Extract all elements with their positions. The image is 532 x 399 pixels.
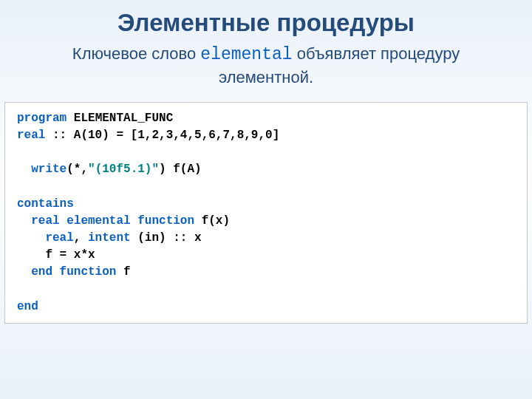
subtitle-keyword: elemental [200,45,292,64]
code-text: , [74,231,88,245]
code-text: (in) :: x [131,231,202,245]
kw-program: program [17,112,66,125]
subtitle-pre: Ключевое слово [72,44,201,63]
code-text: :: A(10) = [1,2,3,4,5,6,7,8,9,0] [45,129,279,142]
code-text: f = x*x [17,248,95,262]
code-text: ) f(A) [159,163,202,176]
slide-subtitle: Ключевое слово elemental объявляет проце… [0,43,532,102]
kw-contains: contains [17,197,74,211]
code-text: f(x) [194,214,230,228]
slide: Элементные процедуры Ключевое слово elem… [0,0,532,399]
code-text: (*, [66,163,88,176]
kw-intent: intent [88,231,131,245]
spacer [0,324,532,399]
kw-end: end [17,300,38,313]
kw-real: real [17,129,45,142]
code-text: ELEMENTAL_FUNC [66,112,173,125]
string-literal: "(10f5.1)" [88,163,159,176]
kw-function-decl: real elemental function [17,214,194,228]
code-text: f [116,265,130,279]
kw-real: real [17,231,74,245]
kw-end-function: end function [17,265,116,279]
slide-title: Элементные процедуры [0,0,532,43]
kw-write: write [17,163,66,176]
code-block: program ELEMENTAL_FUNC real :: A(10) = [… [4,102,528,324]
